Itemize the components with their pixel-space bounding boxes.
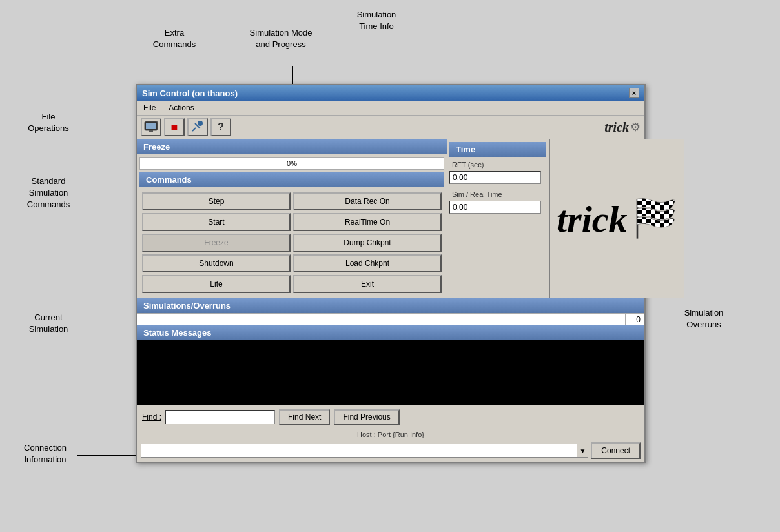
current-simulation-input[interactable]	[137, 314, 625, 325]
trick-logo-area: trick	[550, 139, 684, 298]
annotation-extra-commands: Extra Commands	[149, 27, 200, 50]
ret-value-input[interactable]	[449, 171, 541, 184]
pin-icon	[190, 119, 205, 136]
find-input[interactable]	[165, 410, 275, 424]
svg-rect-2	[149, 130, 153, 132]
overruns-count: 0	[625, 314, 644, 325]
menu-file[interactable]: File	[139, 102, 159, 114]
status-messages-area	[137, 340, 644, 405]
load-chkpnt-button[interactable]: Load Chkpnt	[293, 254, 442, 272]
find-label-rest: ind :	[147, 413, 161, 422]
annotation-sim-time: Simulation Time Info	[347, 9, 405, 32]
connection-bar: Host : Port {Run Info} ▼ Connect	[137, 429, 644, 462]
svg-line-5	[192, 128, 196, 131]
annotation-std-cmds: Standard Simulation Commands	[13, 176, 84, 211]
trick-logo-toolbar: trick ⚙	[604, 120, 641, 135]
simulations-overruns-header: Simulations/Overruns	[137, 298, 644, 313]
annotation-current-sim: Current Simulation	[19, 312, 77, 335]
connection-input[interactable]	[141, 444, 577, 457]
sim-window: Sim Control (on thanos) × File Actions ■	[136, 84, 646, 463]
connection-label: Host : Port {Run Info}	[137, 429, 644, 440]
annotation-file-ops: File Operations	[23, 111, 74, 134]
freeze-button[interactable]: Freeze	[142, 234, 291, 252]
freeze-header: Freeze	[137, 139, 447, 154]
sim-real-value-input[interactable]	[449, 201, 541, 214]
annotation-sim-mode: Simulation Mode and Progress	[245, 27, 316, 50]
exit-button[interactable]: Exit	[293, 275, 442, 293]
tv-button[interactable]	[141, 118, 161, 136]
connection-row: ▼ Connect	[137, 440, 644, 462]
stop-icon: ■	[171, 121, 178, 134]
sim-real-label: Sim / Real Time	[447, 189, 549, 200]
help-button[interactable]: ?	[210, 118, 231, 136]
pin-button[interactable]	[187, 118, 208, 136]
gear-icon: ⚙	[630, 120, 641, 134]
freeze-progress-bar: 0%	[139, 157, 444, 170]
title-bar: Sim Control (on thanos) ×	[137, 85, 644, 101]
find-previous-button[interactable]: Find Previous	[334, 409, 399, 425]
menu-actions[interactable]: Actions	[165, 102, 198, 114]
dump-chkpnt-button[interactable]: Dump Chkpnt	[293, 234, 442, 252]
simulations-overruns-section: Simulations/Overruns 0	[137, 298, 644, 325]
lite-button[interactable]: Lite	[142, 275, 291, 293]
connection-dropdown-button[interactable]: ▼	[577, 444, 588, 457]
start-button[interactable]: Start	[142, 213, 291, 231]
connection-input-wrap: ▼	[141, 444, 588, 458]
realtime-on-button[interactable]: RealTime On	[293, 213, 442, 231]
step-button[interactable]: Step	[142, 192, 291, 210]
body-area: Freeze 0% Commands Step Data Rec On Star…	[137, 139, 644, 298]
find-bar: Find : Find Next Find Previous	[137, 405, 644, 429]
find-next-button[interactable]: Find Next	[279, 409, 330, 425]
commands-header: Commands	[139, 172, 444, 187]
annotation-connection: Connection Information	[13, 442, 77, 466]
status-messages-header: Status Messages	[137, 325, 644, 340]
find-label: Find :	[142, 413, 161, 422]
checkered-flag-icon	[633, 196, 678, 241]
svg-rect-1	[146, 123, 156, 129]
toolbar: ■ ? trick ⚙	[137, 116, 644, 139]
shutdown-button[interactable]: Shutdown	[142, 254, 291, 272]
data-rec-on-button[interactable]: Data Rec On	[293, 192, 442, 210]
red-stop-button[interactable]: ■	[164, 118, 185, 136]
connect-button[interactable]: Connect	[591, 442, 641, 459]
overruns-row: 0	[137, 313, 644, 325]
tv-icon	[144, 119, 158, 135]
help-icon: ?	[218, 121, 224, 133]
annotation-sim-overruns: Simulation Overruns	[672, 307, 736, 331]
time-section: Time RET (sec) Sim / Real Time	[447, 139, 550, 298]
window-title: Sim Control (on thanos)	[142, 88, 238, 98]
left-section: Freeze 0% Commands Step Data Rec On Star…	[137, 139, 447, 298]
status-messages-section: Status Messages	[137, 325, 644, 405]
svg-point-4	[198, 121, 203, 126]
menu-bar: File Actions	[137, 101, 644, 116]
time-header: Time	[449, 142, 546, 157]
progress-label: 0%	[287, 159, 297, 167]
close-button[interactable]: ×	[629, 88, 639, 98]
ret-label: RET (sec)	[447, 159, 549, 170]
commands-grid: Step Data Rec On Start RealTime On Freez…	[137, 190, 447, 298]
trick-logo-text: trick	[557, 198, 628, 241]
